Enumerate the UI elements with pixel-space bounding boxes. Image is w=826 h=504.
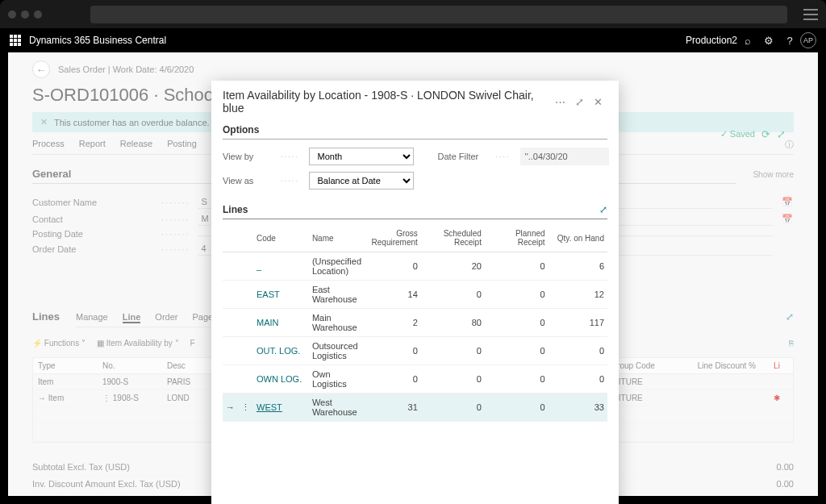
expand-icon[interactable]: ⤢ [777,128,786,140]
mac-close-dot[interactable] [8,10,16,19]
cell-name: Main Warehouse [309,309,365,337]
lines-expand-icon[interactable]: ⤢ [786,311,794,323]
modal-title: Item Availability by Location - 1908-S ·… [223,89,550,115]
datefilter-label: Date Filter [438,152,486,161]
modal-lines-expand-icon[interactable]: ⤢ [599,204,607,215]
cell-planned: 0 [485,394,549,422]
help-icon[interactable]: ? [779,35,800,47]
options-heading: Options [223,124,607,140]
cell-gross: 0 [365,365,421,394]
datefilter-input[interactable] [520,148,609,165]
gear-icon[interactable]: ⚙ [758,35,779,47]
cell-name: Own Logistics [309,365,365,394]
cell-sched: 0 [421,365,485,394]
viewby-select[interactable]: Month [309,148,414,165]
col-planned[interactable]: Planned Receipt [485,224,549,252]
cell-code[interactable]: WEST [253,394,309,422]
cell-planned: 0 [485,337,549,365]
availability-row[interactable]: →⋮WESTWest Warehouse310033 [223,394,607,422]
field-label-customer: Customer Name [32,198,153,207]
col-type: Type [33,358,98,373]
breadcrumb: Sales Order | Work Date: 4/6/2020 [58,65,194,74]
field-label-orderdate: Order Date [32,244,153,254]
show-more-link[interactable]: Show more [753,170,794,179]
back-button[interactable]: ← [32,60,50,78]
col-sched[interactable]: Scheduled Receipt [421,224,485,252]
viewas-select[interactable]: Balance at Date [309,172,414,190]
total-subtotal-val: 0.00 [777,462,794,472]
cell-code[interactable]: OWN LOG. [253,365,309,394]
viewas-label: View as [223,176,271,185]
item-availability-modal: Item Availability by Location - 1908-S ·… [211,81,619,504]
mac-max-dot[interactable] [34,10,42,19]
col-code[interactable]: Code [253,224,309,252]
modal-more-icon[interactable]: ⋯ [550,96,570,108]
cell-code[interactable]: OUT. LOG. [253,337,309,365]
lines-tab-line[interactable]: Line [123,312,141,323]
col-gross[interactable]: Gross Requirement [365,224,421,252]
cell-gross: 2 [365,309,421,337]
saved-label: ✓ Saved [720,129,755,140]
cell-planned: 0 [485,281,549,309]
app-launcher-icon[interactable] [10,35,21,46]
modal-expand-icon[interactable]: ⤢ [570,96,589,108]
modal-lines-heading: Lines [223,204,248,215]
cell-gross: 0 [365,337,421,365]
mac-min-dot[interactable] [21,10,29,19]
action-report[interactable]: Report [79,139,106,151]
cell-code[interactable]: MAIN [253,309,309,337]
action-posting[interactable]: Posting [167,139,197,151]
col-name[interactable]: Name [309,224,365,252]
cell-qoh: 0 [549,365,607,394]
address-bar[interactable] [90,6,787,23]
cell-qoh: 0 [549,337,607,365]
lines-tab-order[interactable]: Order [155,312,177,323]
total-invdisc-label: Inv. Discount Amount Excl. Tax (USD) [32,479,181,489]
avatar[interactable]: AP [800,32,816,48]
cell-name: (Unspecified Location) [309,252,365,281]
search-icon[interactable]: ⌕ [737,35,758,47]
total-invdisc-val: 0.00 [777,479,794,489]
total-subtotal-label: Subtotal Excl. Tax (USD) [32,462,130,472]
cell-qoh: 117 [549,309,607,337]
field-label-postingdate: Posting Date [32,229,153,239]
col-qoh[interactable]: Qty. on Hand [549,224,607,252]
window-controls [8,10,42,19]
availability-row[interactable]: OUT. LOG.Outsourced Logistics0000 [223,337,607,365]
modal-close-icon[interactable]: ✕ [589,96,607,108]
cell-code[interactable]: _ [253,252,309,281]
app-name: Dynamics 365 Business Central [29,35,166,46]
cell-code[interactable]: EAST [253,281,309,309]
banner-text: This customer has an overdue balance. [54,118,210,127]
lines-tab-page[interactable]: Page [192,312,213,323]
cell-gross: 0 [365,252,421,281]
cell-name: Outsourced Logistics [309,337,365,365]
cell-sched: 0 [421,281,485,309]
availability-row[interactable]: _(Unspecified Location)02006 [223,252,607,281]
lines-sub-functions[interactable]: ⚡ Functions ˅ [32,339,86,348]
action-process[interactable]: Process [32,139,65,151]
calendar-icon[interactable]: 📅 [781,197,794,207]
info-icon[interactable]: ⓘ [785,139,794,151]
cell-name: East Warehouse [309,281,365,309]
col-li: Li [761,358,793,373]
lines-attach-icon[interactable]: ⎘ [789,339,794,348]
availability-row[interactable]: EASTEast Warehouse140012 [223,281,607,309]
viewby-label: View by [223,152,271,161]
cell-sched: 0 [421,337,485,365]
app-header: Dynamics 365 Business Central Production… [0,28,826,52]
cell-planned: 0 [485,252,549,281]
cell-gross: 31 [365,394,421,422]
lines-tab-manage[interactable]: Manage [76,312,108,323]
banner-close-icon[interactable]: ✕ [40,117,48,127]
cell-sched: 20 [421,252,485,281]
refresh-icon[interactable]: ⟳ [761,128,770,140]
availability-row[interactable]: OWN LOG.Own Logistics0000 [223,365,607,394]
availability-row[interactable]: MAINMain Warehouse2800117 [223,309,607,337]
calendar-icon[interactable]: 📅 [781,214,794,224]
lines-sub-availability[interactable]: ▦ Item Availability by ˅ [97,339,179,348]
action-release[interactable]: Release [120,139,152,151]
hamburger-icon[interactable] [803,9,818,20]
cell-gross: 14 [365,281,421,309]
lines-sub-f[interactable]: F [190,339,195,348]
